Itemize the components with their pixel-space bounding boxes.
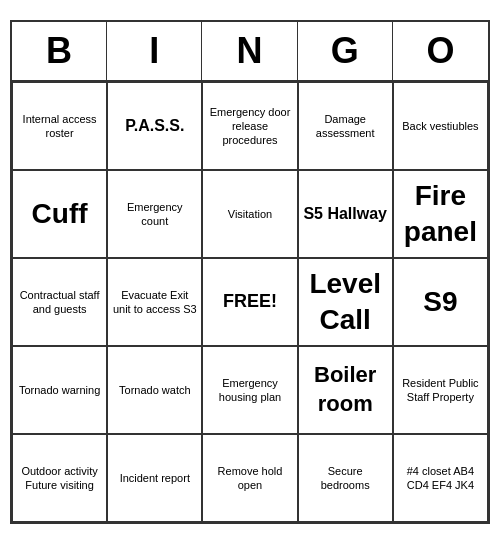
header-letter-N: N: [202, 22, 297, 80]
bingo-cell-0: Internal access roster: [12, 82, 107, 170]
bingo-cell-24: #4 closet AB4 CD4 EF4 JK4: [393, 434, 488, 522]
bingo-cell-4: Back vestiubles: [393, 82, 488, 170]
bingo-cell-15: Tornado warning: [12, 346, 107, 434]
header-letter-I: I: [107, 22, 202, 80]
bingo-cell-17: Emergency housing plan: [202, 346, 297, 434]
header-letter-G: G: [298, 22, 393, 80]
bingo-cell-19: Resident Public Staff Property: [393, 346, 488, 434]
bingo-card: BINGO Internal access rosterP.A.S.S.Emer…: [10, 20, 490, 524]
bingo-cell-2: Emergency door release procedures: [202, 82, 297, 170]
bingo-cell-18: Boiler room: [298, 346, 393, 434]
bingo-cell-3: Damage assessment: [298, 82, 393, 170]
bingo-cell-6: Emergency count: [107, 170, 202, 258]
bingo-cell-13: Level Call: [298, 258, 393, 346]
bingo-cell-1: P.A.S.S.: [107, 82, 202, 170]
bingo-cell-10: Contractual staff and guests: [12, 258, 107, 346]
bingo-cell-7: Visitation: [202, 170, 297, 258]
header-letter-B: B: [12, 22, 107, 80]
bingo-cell-5: Cuff: [12, 170, 107, 258]
bingo-cell-8: S5 Hallway: [298, 170, 393, 258]
bingo-cell-14: S9: [393, 258, 488, 346]
bingo-cell-22: Remove hold open: [202, 434, 297, 522]
bingo-cell-20: Outdoor activity Future visiting: [12, 434, 107, 522]
bingo-cell-21: Incident report: [107, 434, 202, 522]
header-letter-O: O: [393, 22, 488, 80]
bingo-cell-12: FREE!: [202, 258, 297, 346]
bingo-cell-9: Fire panel: [393, 170, 488, 258]
bingo-cell-23: Secure bedrooms: [298, 434, 393, 522]
bingo-header: BINGO: [12, 22, 488, 82]
bingo-cell-16: Tornado watch: [107, 346, 202, 434]
bingo-grid: Internal access rosterP.A.S.S.Emergency …: [12, 82, 488, 522]
bingo-cell-11: Evacuate Exit unit to access S3: [107, 258, 202, 346]
